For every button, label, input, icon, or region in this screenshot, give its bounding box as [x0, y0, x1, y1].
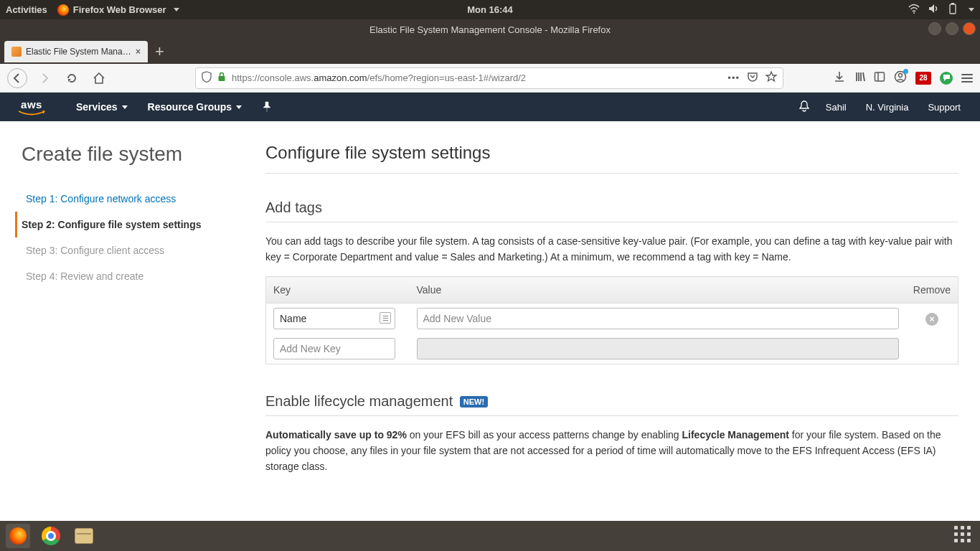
chevron-down-icon: [236, 105, 242, 109]
tag-value-input[interactable]: [417, 308, 899, 329]
lock-icon[interactable]: [217, 72, 226, 84]
support-label: Support: [928, 102, 961, 113]
wizard-step-1[interactable]: Step 1: Configure network access: [22, 186, 222, 212]
wizard-steps: Step 1: Configure network access Step 2:…: [22, 186, 222, 289]
files-icon: [75, 528, 93, 544]
ubuntu-dock: [0, 521, 980, 551]
browser-toolbar: https://console.aws.amazon.com/efs/home?…: [0, 64, 980, 93]
tracking-shield-icon[interactable]: [202, 71, 212, 85]
home-button[interactable]: [89, 68, 109, 88]
address-bar[interactable]: https://console.aws.amazon.com/efs/home?…: [195, 67, 783, 89]
col-value: Value: [410, 277, 906, 303]
account-menu[interactable]: Sahil: [826, 102, 850, 113]
chrome-icon: [42, 527, 60, 545]
wifi-icon[interactable]: [908, 4, 920, 16]
chevron-down-icon: [174, 8, 179, 11]
reload-button[interactable]: [62, 68, 82, 88]
library-icon[interactable]: [854, 71, 865, 85]
dock-firefox[interactable]: [6, 524, 30, 548]
pocket-icon[interactable]: [747, 72, 758, 84]
new-badge: NEW!: [460, 396, 488, 408]
chevron-down-icon: [122, 105, 128, 109]
svg-point-0: [913, 12, 915, 14]
lifecycle-heading: Enable lifecycle management NEW!: [265, 393, 958, 416]
window-minimize-button[interactable]: [928, 22, 941, 35]
svg-rect-1: [950, 4, 956, 14]
aws-favicon-icon: [11, 47, 22, 57]
tag-row: ☰ ×: [266, 303, 958, 334]
downloads-icon[interactable]: [834, 71, 845, 85]
svg-rect-3: [219, 76, 225, 81]
account-label: Sahil: [826, 102, 847, 113]
tags-description: You can add tags to describe your file s…: [265, 234, 958, 265]
firefox-icon: [9, 527, 27, 545]
hamburger-menu-icon[interactable]: [961, 74, 973, 83]
tag-key-input[interactable]: [273, 308, 395, 329]
wizard-step-2[interactable]: Step 2: Configure file system settings: [15, 212, 222, 237]
browser-tab[interactable]: Elastic File System Management Console ×: [4, 41, 148, 62]
lifecycle-description: Automatically save up to 92% on your EFS…: [265, 428, 958, 474]
extension-badge-icon[interactable]: 28: [915, 72, 931, 85]
wizard-step-4: Step 4: Review and create: [22, 263, 222, 289]
extension-chat-icon[interactable]: [940, 72, 953, 85]
col-remove: Remove: [906, 277, 958, 303]
new-tag-value-input: [417, 338, 899, 359]
wizard-step-3: Step 3: Configure client access: [22, 237, 222, 263]
services-label: Services: [76, 101, 118, 113]
resource-groups-label: Resource Groups: [148, 101, 232, 113]
dock-chrome[interactable]: [39, 524, 63, 548]
tags-heading: Add tags: [265, 199, 958, 222]
dock-show-applications[interactable]: [954, 526, 974, 546]
window-maximize-button[interactable]: [946, 22, 958, 35]
aws-logo[interactable]: aws: [16, 98, 47, 116]
current-app-label: Firefox Web Browser: [73, 4, 166, 15]
window-titlebar: Elastic File System Management Console -…: [0, 19, 980, 39]
section-heading: Configure file system settings: [265, 143, 958, 174]
resource-groups-menu[interactable]: Resource Groups: [148, 101, 242, 113]
new-tag-key-input[interactable]: [273, 338, 395, 359]
new-tab-button[interactable]: +: [155, 42, 164, 61]
system-menu-chevron-icon[interactable]: [969, 8, 974, 11]
region-menu[interactable]: N. Virginia: [866, 102, 913, 113]
support-menu[interactable]: Support: [928, 102, 964, 113]
aws-top-nav: aws Services Resource Groups Sahil N. Vi…: [0, 93, 980, 121]
tags-table: Key Value Remove ☰ ×: [265, 276, 958, 364]
page-actions-icon[interactable]: •••: [727, 72, 740, 83]
page-content: Create file system Step 1: Configure net…: [0, 121, 980, 521]
services-menu[interactable]: Services: [76, 101, 128, 113]
browser-tab-strip: Elastic File System Management Console ×…: [0, 39, 980, 64]
firefox-icon: [57, 4, 69, 16]
autocomplete-icon[interactable]: ☰: [380, 312, 391, 324]
page-title: Create file system: [22, 143, 222, 166]
clock[interactable]: Mon 16:44: [467, 4, 513, 15]
dock-files[interactable]: [72, 524, 96, 548]
notifications-bell-icon[interactable]: [798, 100, 810, 115]
sidebar-icon[interactable]: [874, 71, 885, 85]
pin-icon[interactable]: [262, 101, 272, 113]
volume-icon[interactable]: [928, 4, 940, 16]
region-label: N. Virginia: [866, 102, 909, 113]
ubuntu-top-bar: Activities Firefox Web Browser Mon 16:44: [0, 0, 980, 19]
url-text: https://console.aws.amazon.com/efs/home?…: [232, 72, 722, 83]
badge-count: 28: [915, 72, 931, 85]
window-close-button[interactable]: [963, 22, 976, 35]
svg-point-7: [899, 73, 903, 77]
bookmark-star-icon[interactable]: [765, 71, 777, 85]
forward-button: [34, 68, 55, 88]
tab-label: Elastic File System Management Console: [26, 47, 131, 57]
activities-button[interactable]: Activities: [6, 4, 47, 15]
tab-close-icon[interactable]: ×: [136, 47, 141, 57]
battery-icon[interactable]: [948, 3, 957, 17]
svg-rect-4: [875, 72, 885, 81]
remove-tag-button[interactable]: ×: [925, 313, 938, 326]
account-icon[interactable]: [894, 70, 907, 86]
svg-rect-2: [951, 3, 954, 4]
col-key: Key: [266, 277, 410, 303]
window-title: Elastic File System Management Console -…: [369, 24, 611, 35]
back-button[interactable]: [7, 68, 27, 88]
tag-row-new: [266, 334, 958, 364]
current-app-indicator[interactable]: Firefox Web Browser: [57, 4, 179, 16]
